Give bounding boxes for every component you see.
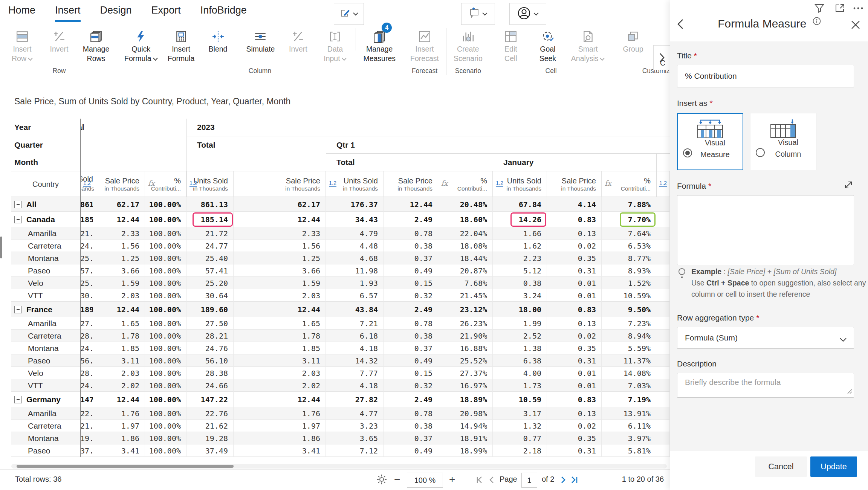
collapse-toggle-icon[interactable] <box>14 306 22 313</box>
cell-germany-col2[interactable]: 100.00% <box>145 392 186 407</box>
collapse-toggle-icon[interactable] <box>14 201 22 208</box>
expand-formula-icon[interactable] <box>844 180 853 191</box>
column-header--[interactable]: fx%Contributi... <box>602 171 656 197</box>
cell-velo-col10[interactable]: 14.08% <box>602 367 656 379</box>
previous-page-button[interactable] <box>488 476 495 485</box>
cell-germany-col1[interactable]: 12.44 <box>95 392 145 407</box>
cell-velo-col6[interactable]: 0.15 <box>384 367 438 379</box>
cell-all-col5[interactable]: 176.37 <box>326 197 384 212</box>
cell-paseo-col9[interactable]: 0.31 <box>547 354 602 367</box>
number-format-icon[interactable]: 1.2 <box>189 180 197 187</box>
cell-amarilla-col1[interactable]: 2.33 <box>95 227 145 240</box>
cell-paseo-col10[interactable]: 8.93% <box>602 264 656 277</box>
ribbon-tab-export[interactable]: Export <box>151 5 181 22</box>
cell-paseo-col6[interactable]: 0.49 <box>384 264 438 277</box>
cell-all-col0[interactable]: 861.13 <box>80 197 95 212</box>
cell-carretera-col6[interactable]: 0.38 <box>384 420 438 432</box>
row-header-vtt[interactable]: VTT <box>11 379 80 392</box>
cell-velo-col3[interactable]: 28.38 <box>186 367 234 379</box>
visual-measure-option[interactable]: VisualMeasure <box>677 113 743 170</box>
cell-montana-col1[interactable]: 1.85 <box>95 342 145 354</box>
zoom-out-button[interactable]: − <box>394 473 400 485</box>
cell-germany-col8[interactable]: 10.59 <box>493 392 547 407</box>
edit-mode-button[interactable] <box>334 3 364 25</box>
cell-amarilla-col3[interactable]: 21.72 <box>186 227 234 240</box>
cell-paseo-col7[interactable]: 25.52% <box>438 354 493 367</box>
cell-velo-col0[interactable]: 28.38 <box>80 367 95 379</box>
group-header-total[interactable]: Total <box>197 136 310 153</box>
cell-velo-col7[interactable]: 7.68% <box>438 277 493 289</box>
cell-velo-col2[interactable]: 100.00% <box>145 367 186 379</box>
cell-carretera-col0[interactable]: 28.21 <box>80 330 95 342</box>
cell-france-col10[interactable]: 9.50% <box>602 302 656 317</box>
cell-all-col8[interactable]: 67.84 <box>493 197 547 212</box>
group-header-2023[interactable]: 2023 <box>197 119 310 136</box>
cell-montana-col1[interactable]: 1.25 <box>95 252 145 264</box>
cell-amarilla-col8[interactable]: 1.99 <box>493 317 547 330</box>
cell-paseo-col7[interactable]: 18.99% <box>438 444 493 457</box>
cell-amarilla-col1[interactable]: 1.65 <box>95 317 145 330</box>
description-textarea[interactable]: Briefly describe the formula <box>677 373 854 398</box>
column-header--[interactable]: fx%Contributi... <box>145 171 186 197</box>
cell-montana-col9[interactable]: 0.35 <box>547 432 602 444</box>
cell-germany-col6[interactable]: 2.49 <box>384 392 438 407</box>
cell-carretera-col3[interactable]: 21.62 <box>186 420 234 432</box>
cell-all-col10[interactable]: 7.88% <box>602 197 656 212</box>
cell-paseo-col9[interactable]: 0.31 <box>547 444 602 457</box>
blend-button[interactable]: Blend <box>200 27 237 63</box>
cell-amarilla-col6[interactable]: 0.78 <box>384 317 438 330</box>
cell-paseo-col6[interactable]: 0.49 <box>384 444 438 457</box>
row-header-carretera[interactable]: Carretera <box>11 330 80 342</box>
cell-velo-col10[interactable]: 1.52% <box>602 277 656 289</box>
quick-formula-button[interactable]: QuickFormula <box>119 27 163 63</box>
cell-montana-col6[interactable]: 0.37 <box>384 252 438 264</box>
row-header-montana[interactable]: Montana <box>11 252 80 264</box>
cell-france-col2[interactable]: 100.00% <box>145 302 186 317</box>
cell-carretera-col3[interactable]: 24.77 <box>186 240 234 252</box>
cell-germany-col5[interactable]: 27.82 <box>326 392 384 407</box>
cell-amarilla-col5[interactable]: 4.77 <box>326 407 384 420</box>
cell-germany-col10[interactable]: 7.19% <box>602 392 656 407</box>
cell-velo-col5[interactable]: 1.93 <box>326 277 384 289</box>
cell-montana-col10[interactable]: 5.59% <box>602 342 656 354</box>
cell-paseo-col3[interactable]: 37.49 <box>186 444 234 457</box>
manage-rows-button[interactable]: ManageRows <box>78 27 115 63</box>
row-header-canada[interactable]: Canada <box>11 212 80 227</box>
cell-amarilla-col9[interactable]: 0.13 <box>547 227 602 240</box>
cell-vtt-col5[interactable]: 6.57 <box>326 289 384 302</box>
row-header-carretera[interactable]: Carretera <box>11 240 80 252</box>
cell-carretera-col3[interactable]: 28.21 <box>186 330 234 342</box>
visual-column-option[interactable]: VisualColumn <box>750 113 816 170</box>
cell-canada-col9[interactable]: 0.83 <box>547 212 602 227</box>
cell-paseo-col8[interactable]: 2.18 <box>493 444 547 457</box>
cell-velo-col4[interactable]: 1.59 <box>234 277 326 289</box>
cell-vtt-col8[interactable]: 3.24 <box>493 289 547 302</box>
cell-carretera-col8[interactable]: 1.62 <box>493 240 547 252</box>
cell-paseo-col2[interactable]: 100.00% <box>145 444 186 457</box>
cell-velo-col4[interactable]: 2.03 <box>234 367 326 379</box>
cell-montana-col2[interactable]: 100.00% <box>145 342 186 354</box>
formula-editor[interactable] <box>677 195 854 265</box>
cell-amarilla-col1[interactable]: 1.76 <box>95 407 145 420</box>
row-aggregation-select[interactable]: Formula (Sum) <box>677 327 854 349</box>
zoom-level-input[interactable]: 100 % <box>407 473 443 488</box>
cell-paseo-col0[interactable]: 37.49 <box>80 444 95 457</box>
left-scroll-indicator[interactable] <box>0 237 2 258</box>
cell-canada-col5[interactable]: 34.43 <box>326 212 384 227</box>
cell-carretera-col2[interactable]: 100.00% <box>145 330 186 342</box>
cell-france-col7[interactable]: 23.12% <box>438 302 493 317</box>
cell-carretera-col5[interactable]: 4.48 <box>326 240 384 252</box>
cell-velo-col9[interactable]: 0.01 <box>547 367 602 379</box>
cell-germany-col7[interactable]: 18.89% <box>438 392 493 407</box>
cell-carretera-col1[interactable]: 1.97 <box>95 420 145 432</box>
cell-paseo-col8[interactable]: 6.38 <box>493 354 547 367</box>
cell-paseo-col7[interactable]: 20.87% <box>438 264 493 277</box>
cell-germany-col3[interactable]: 147.22 <box>186 392 234 407</box>
ribbon-tab-infobridge[interactable]: InfoBridge <box>200 5 247 22</box>
cell-carretera-col1[interactable]: 1.78 <box>95 330 145 342</box>
number-format-icon[interactable]: 1.2 <box>659 180 667 187</box>
cell-canada-col4[interactable]: 12.44 <box>234 212 326 227</box>
group-header-qtr1[interactable]: Qtr 1 <box>336 136 449 153</box>
zoom-in-button[interactable]: + <box>449 473 455 485</box>
cell-paseo-col0[interactable]: 56.10 <box>80 354 95 367</box>
